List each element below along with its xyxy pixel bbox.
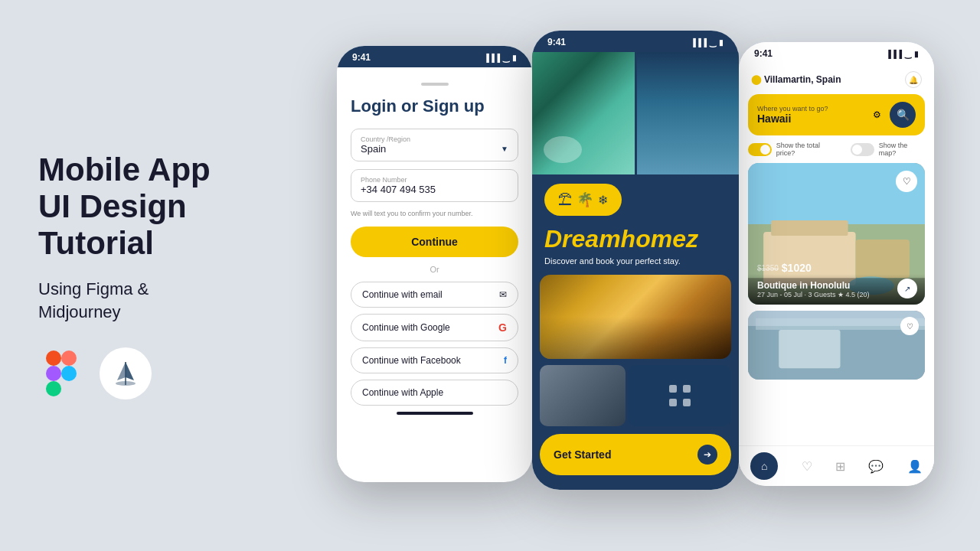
country-value: Spain [361,143,386,155]
heart-nav-icon[interactable]: ♡ [802,459,812,474]
svg-marker-6 [117,362,126,380]
ph3-header: ⬤ Villamartin, Spain 🔔 [739,64,934,94]
phone-label: Phone Number [361,176,508,184]
continue-google-button[interactable]: Continue with Google G [351,314,518,341]
logos-row [38,347,253,399]
notification-bell-icon[interactable]: 🔔 [905,71,922,88]
location-pin-icon: ⬤ [751,74,761,85]
search-label: Where you want to go? [757,105,862,112]
toggle-map: Show the map? [851,142,925,157]
ph3-search-box[interactable]: Where you want to go? Hawaii ⚙ 🔍 [748,94,925,135]
left-section: Mobile App UI Design Tutorial Using Figm… [0,121,291,430]
status-bar-2: 9:41 ▐▐▐ ‿ ▮ [532,31,739,52]
search-input-area: Where you want to go? Hawaii [757,105,862,125]
toggle-price-on[interactable] [748,143,772,156]
country-input-group[interactable]: Country /Region Spain ▼ [351,129,518,161]
heart-button-1[interactable]: ♡ [896,171,917,192]
umbrella-icon: ⛱ [558,192,572,208]
svg-rect-12 [771,220,848,236]
country-label: Country /Region [361,135,508,143]
phone-login: 9:41 ▐▐▐ ‿ ▮ Login or Sign up Country /R… [337,46,532,482]
nav-profile[interactable]: 👤 [907,459,923,474]
brand-title: Dreamhomez [532,225,739,256]
toggle-map-off[interactable] [851,143,874,156]
ph3-location: ⬤ Villamartin, Spain [751,74,841,85]
dropdown-icon: ▼ [501,145,508,153]
nav-bookings[interactable]: ⊞ [835,459,845,474]
ph3-toggles: Show the total price? Show the map? [739,142,934,163]
bottom-nav: ⌂ ♡ ⊞ 💬 👤 [739,445,934,481]
phone-2-body: ⛱ 🌴 ❄ Dreamhomez Discover and book your … [532,52,739,490]
phone-search: 9:41 ▐▐▐ ‿ ▮ ⬤ Villamartin, Spain 🔔 Wher… [739,42,934,486]
or-divider: Or [351,265,518,274]
login-title: Login or Sign up [351,96,518,116]
svg-rect-0 [46,350,61,366]
phone-1-body: Login or Sign up Country /Region Spain ▼… [337,67,532,477]
status-icons-2: ▐▐▐ ‿ ▮ [691,38,724,47]
status-icons-1: ▐▐▐ ‿ ▮ [484,54,517,62]
messages-nav-icon[interactable]: 💬 [868,459,884,474]
home-nav-icon[interactable]: ⌂ [750,452,778,480]
ph2-interior-image [540,275,731,359]
heart-button-2[interactable]: ♡ [900,317,919,335]
continue-button[interactable]: Continue [351,227,518,257]
nav-messages[interactable]: 💬 [868,459,884,474]
continue-apple-button[interactable]: Continue with Apple [351,380,518,406]
svg-point-4 [61,366,77,381]
svg-rect-19 [756,318,925,330]
get-started-section: Get Started ➔ [540,434,731,475]
snowflake-icon: ❄ [598,193,608,207]
get-started-text[interactable]: Get Started [554,448,611,461]
search-value: Hawaii [757,112,862,125]
facebook-icon: f [504,355,507,366]
phone-dreamhomez: 9:41 ▐▐▐ ‿ ▮ ⛱ 🌴 ❄ D [532,31,739,490]
ph2-icon-row: ⛱ 🌴 ❄ [532,174,739,225]
phones-container: 9:41 ▐▐▐ ‿ ▮ Login or Sign up Country /R… [291,0,980,551]
svg-rect-13 [856,240,910,278]
main-title: Mobile App UI Design Tutorial [38,152,253,262]
icon-badge: ⛱ 🌴 ❄ [544,184,622,216]
continue-email-button[interactable]: Continue with email ✉ [351,282,518,308]
email-icon: ✉ [499,289,507,300]
ph2-hut-image [637,52,740,174]
status-icons-3: ▐▐▐ ‿ ▮ [886,50,919,58]
ph2-house-image [540,365,626,426]
ph2-top-images [532,52,739,174]
property-name: Boutique in Honolulu [757,280,916,291]
nav-favorites[interactable]: ♡ [802,459,812,474]
get-started-arrow[interactable]: ➔ [697,445,717,465]
property-arrow-button[interactable]: ↗ [897,279,917,298]
status-bar-1: 9:41 ▐▐▐ ‿ ▮ [337,46,532,67]
bookings-nav-icon[interactable]: ⊞ [835,459,845,474]
ph2-bottom-row [540,365,731,426]
phone-input-group[interactable]: Phone Number +34 407 494 535 [351,169,518,202]
profile-nav-icon[interactable]: 👤 [907,459,923,474]
sms-note: We will text you to confirm your number. [351,210,518,217]
search-filters: ⚙ 🔍 [868,102,916,128]
home-indicator-1 [397,412,473,415]
filter-icon[interactable]: ⚙ [868,106,885,123]
price-badge: $1350 $1020 [757,262,812,274]
property-card-1[interactable]: ♡ $1350 $1020 Boutique in Honolulu 27 Ju… [748,163,925,305]
search-button[interactable]: 🔍 [890,102,916,128]
drag-handle [421,83,449,86]
property-card-2[interactable]: ♡ [748,311,925,380]
palm-icon: 🌴 [577,191,593,208]
midjourney-logo-icon [100,347,152,399]
nav-home[interactable]: ⌂ [750,452,778,480]
svg-rect-2 [46,366,61,381]
ph2-pool-image [532,52,635,174]
property-meta: 27 Jun - 05 Jul · 3 Guests ★ 4.5 (20) [757,291,916,298]
ph2-dark-image [628,365,731,426]
google-icon: G [498,321,507,334]
phone-3-body: ⬤ Villamartin, Spain 🔔 Where you want to… [739,64,934,481]
phone-value: +34 407 494 535 [361,184,436,195]
toggle-total-price: Show the total price? [748,142,838,157]
continue-facebook-button[interactable]: Continue with Facebook f [351,347,518,373]
svg-marker-5 [126,362,134,380]
subtitle: Using Figma &Midjourney [38,278,253,325]
new-price: $1020 [782,262,812,274]
figma-logo-icon [38,350,84,396]
svg-rect-18 [779,330,840,368]
brand-tagline: Discover and book your perfect stay. [532,256,739,275]
